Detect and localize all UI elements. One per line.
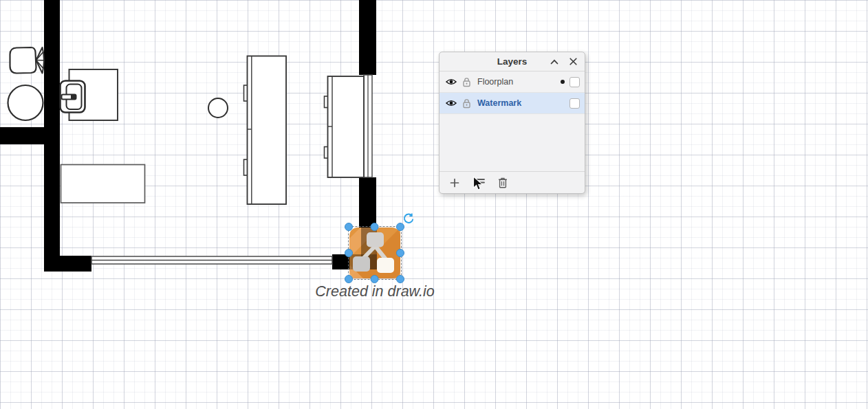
layer-row-floorplan[interactable]: Floorplan bbox=[440, 71, 585, 93]
walls[interactable] bbox=[0, 0, 376, 272]
plus-icon bbox=[450, 178, 459, 188]
close-button[interactable] bbox=[567, 56, 578, 67]
eye-icon bbox=[446, 77, 457, 87]
lock-icon bbox=[462, 77, 471, 87]
eye-icon bbox=[446, 98, 457, 108]
delete-layer-button[interactable] bbox=[497, 177, 509, 189]
default-layer-dot bbox=[561, 80, 565, 84]
toggle-visibility-button[interactable] bbox=[446, 98, 457, 109]
collapse-button[interactable] bbox=[549, 56, 560, 67]
tall-cabinet[interactable] bbox=[244, 56, 287, 205]
rotate-icon[interactable] bbox=[404, 214, 413, 223]
layer-checkbox[interactable] bbox=[569, 77, 580, 87]
layer-name[interactable]: Floorplan bbox=[477, 77, 561, 87]
lock-icon bbox=[462, 98, 471, 109]
floorplan-drawing bbox=[0, 0, 868, 409]
edit-layers-icon bbox=[473, 178, 485, 187]
trash-icon bbox=[498, 177, 508, 188]
layers-panel-footer bbox=[440, 171, 585, 193]
layers-panel-header[interactable]: Layers bbox=[440, 52, 585, 71]
small-circle[interactable] bbox=[208, 98, 228, 118]
chevron-up-icon bbox=[550, 59, 558, 65]
close-icon bbox=[569, 58, 577, 65]
layers-empty-area bbox=[440, 114, 585, 171]
layers-panel: Layers bbox=[439, 52, 585, 194]
toggle-lock-button[interactable] bbox=[461, 98, 472, 109]
sink-appliance[interactable] bbox=[61, 69, 118, 120]
vertical-window[interactable] bbox=[364, 75, 372, 177]
layer-row-watermark[interactable]: Watermark bbox=[440, 93, 585, 114]
add-layer-button[interactable] bbox=[448, 177, 461, 189]
horizontal-window[interactable] bbox=[91, 256, 332, 264]
desk[interactable] bbox=[61, 165, 145, 203]
short-cabinet[interactable] bbox=[325, 76, 365, 177]
office-chair[interactable] bbox=[10, 47, 45, 74]
edit-layer-button[interactable] bbox=[473, 177, 485, 189]
drawio-canvas[interactable]: Created in draw.io bbox=[0, 0, 868, 409]
toggle-visibility-button[interactable] bbox=[446, 76, 457, 87]
watermark-text[interactable]: Created in draw.io bbox=[301, 283, 448, 300]
toggle-lock-button[interactable] bbox=[461, 76, 472, 87]
round-table[interactable] bbox=[8, 85, 43, 120]
layer-name[interactable]: Watermark bbox=[477, 98, 569, 108]
drawio-logo[interactable] bbox=[345, 214, 413, 283]
layer-checkbox[interactable] bbox=[569, 98, 580, 109]
